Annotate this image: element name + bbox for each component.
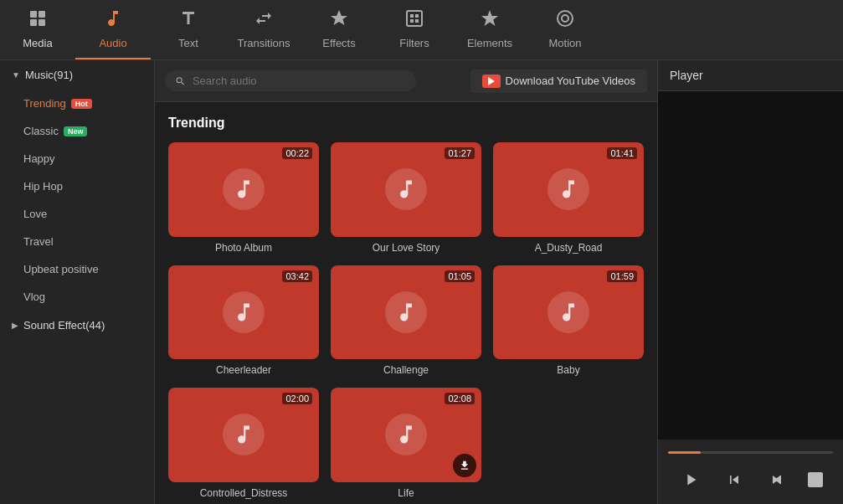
play-icon (681, 471, 700, 489)
sidebar-item-travel[interactable]: Travel (0, 228, 154, 255)
transitions-icon (254, 8, 274, 33)
music-note-icon-2 (385, 168, 427, 210)
sidebar-item-love[interactable]: Love (0, 200, 154, 228)
duration-4: 03:42 (282, 270, 312, 282)
sidebar-item-vlog[interactable]: Vlog (0, 283, 154, 311)
toolbar-item-transitions[interactable]: Transitions (226, 0, 301, 59)
duration-1: 00:22 (282, 147, 312, 159)
search-icon (175, 75, 186, 87)
audio-thumbnail-2: 01:27 (331, 142, 481, 237)
music-note-icon-3 (547, 168, 589, 210)
toolbar-item-media[interactable]: Media (0, 0, 75, 59)
svg-rect-2 (30, 19, 37, 26)
audio-label: Audio (99, 37, 126, 49)
audio-card-3[interactable]: 01:41 A_Dusty_Road (493, 142, 644, 254)
trending-section-title: Trending (168, 116, 644, 131)
filters-icon (404, 8, 424, 33)
arrow-right-icon: ▶ (12, 321, 18, 330)
toolbar-item-filters[interactable]: Filters (377, 0, 452, 59)
effects-label: Effects (322, 37, 356, 49)
effects-icon (329, 8, 349, 33)
title-6: Baby (493, 364, 644, 376)
audio-thumbnail-1: 00:22 (168, 142, 319, 237)
search-input-wrapper[interactable] (165, 70, 416, 91)
title-8: Life (331, 487, 481, 499)
title-5: Challenge (331, 364, 481, 376)
center-panel: Download YouTube Videos Trending 00:22 P… (155, 60, 657, 504)
player-title: Player (658, 60, 843, 91)
audio-grid-container: Trending 00:22 Photo Album (155, 102, 657, 504)
audio-card-7[interactable]: 02:00 Controlled_Distress (168, 388, 319, 499)
toolbar-item-audio[interactable]: Audio (75, 0, 151, 59)
arrow-down-icon: ▼ (12, 70, 20, 80)
trending-label: Trending (23, 97, 66, 110)
toolbar-item-motion[interactable]: Motion (527, 0, 603, 59)
elements-label: Elements (467, 37, 512, 49)
svg-rect-8 (415, 19, 419, 23)
toolbar-item-elements[interactable]: Elements (452, 0, 527, 59)
sidebar-item-happy[interactable]: Happy (0, 145, 154, 172)
sidebar-item-upbeat[interactable]: Upbeat positive (0, 255, 154, 283)
search-input[interactable] (193, 75, 406, 87)
next-button[interactable] (765, 468, 789, 491)
music-note-icon-5 (385, 291, 427, 333)
music-note-icon-6 (547, 291, 589, 333)
audio-card-2[interactable]: 01:27 Our Love Story (331, 142, 481, 254)
audio-thumbnail-7: 02:00 (168, 388, 319, 482)
music-section-label: Music(91) (25, 69, 73, 81)
motion-label: Motion (548, 37, 581, 49)
music-note-icon-4 (223, 291, 265, 333)
audio-card-8[interactable]: 02:08 Life (331, 388, 481, 499)
sidebar-item-classic[interactable]: Classic New (0, 117, 154, 145)
download-icon (459, 460, 470, 471)
travel-label: Travel (23, 235, 54, 248)
download-overlay-8[interactable] (453, 454, 476, 477)
toolbar-item-text[interactable]: Text (151, 0, 226, 59)
duration-8: 02:08 (445, 393, 475, 404)
classic-badge: New (64, 126, 88, 136)
progress-bar[interactable] (668, 451, 833, 454)
happy-label: Happy (23, 152, 55, 165)
media-label: Media (23, 37, 52, 49)
title-7: Controlled_Distress (168, 487, 319, 499)
sidebar-item-hiphop[interactable]: Hip Hop (0, 172, 154, 200)
play-button[interactable] (678, 467, 703, 492)
prev-button[interactable] (722, 468, 746, 491)
vlog-label: Vlog (23, 291, 45, 303)
audio-card-4[interactable]: 03:42 Cheerleader (168, 265, 319, 377)
elements-icon (480, 8, 500, 33)
toolbar-item-effects[interactable]: Effects (301, 0, 377, 59)
svg-rect-5 (410, 14, 414, 18)
duration-2: 01:27 (445, 147, 475, 159)
svg-rect-4 (407, 11, 422, 26)
audio-thumbnail-6: 01:59 (493, 265, 644, 360)
trending-badge: Hot (71, 99, 92, 109)
progress-fill (668, 451, 701, 454)
motion-icon (555, 8, 575, 33)
main-content: ▼ Music(91) Trending Hot Classic New Hap… (0, 60, 843, 504)
sidebar-section-soundeffect[interactable]: ▶ Sound Effect(44) (0, 311, 154, 340)
music-note-icon-7 (223, 414, 265, 455)
title-2: Our Love Story (331, 242, 481, 254)
audio-card-1[interactable]: 00:22 Photo Album (168, 142, 319, 254)
search-bar: Download YouTube Videos (155, 60, 657, 102)
soundeffect-section-label: Sound Effect(44) (23, 319, 105, 332)
duration-6: 01:59 (607, 270, 637, 282)
audio-card-6[interactable]: 01:59 Baby (493, 265, 644, 377)
sidebar-item-trending[interactable]: Trending Hot (0, 90, 154, 117)
duration-5: 01:05 (445, 270, 475, 282)
title-1: Photo Album (168, 242, 319, 254)
sidebar: ▼ Music(91) Trending Hot Classic New Hap… (0, 60, 155, 504)
sidebar-section-music[interactable]: ▼ Music(91) (0, 60, 154, 90)
love-label: Love (23, 208, 47, 220)
music-note-icon-1 (223, 168, 265, 210)
player-preview (658, 91, 843, 440)
next-icon (768, 471, 785, 488)
svg-point-9 (558, 11, 573, 26)
svg-rect-6 (415, 14, 419, 18)
svg-rect-1 (39, 11, 45, 18)
youtube-download-button[interactable]: Download YouTube Videos (470, 69, 647, 93)
audio-card-5[interactable]: 01:05 Challenge (331, 265, 481, 377)
stop-button[interactable] (808, 472, 823, 487)
svg-point-10 (562, 15, 568, 22)
